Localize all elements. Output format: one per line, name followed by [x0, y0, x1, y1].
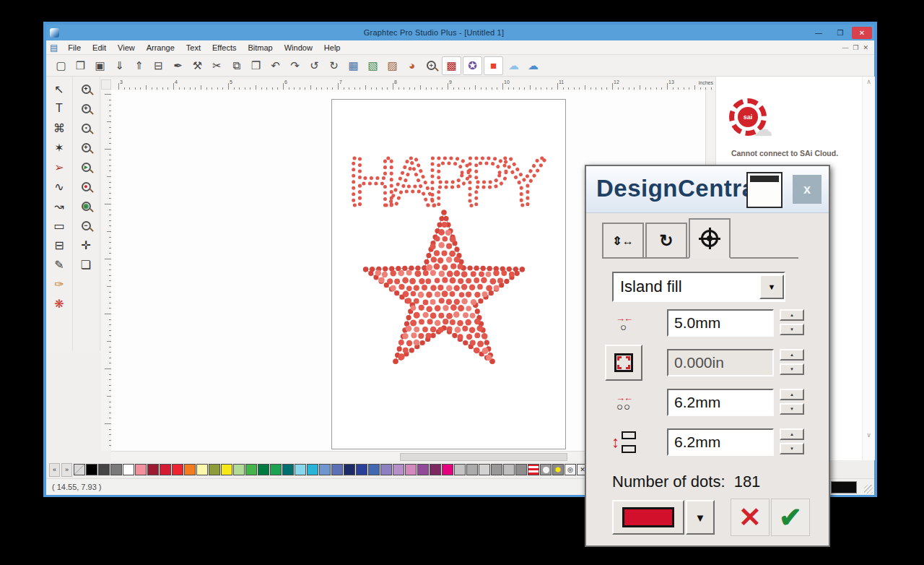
palette-swatch[interactable]	[515, 464, 527, 475]
palette-swatch[interactable]	[110, 464, 122, 475]
palette-swatch[interactable]	[319, 464, 331, 475]
palette-swatch[interactable]	[135, 464, 147, 475]
menu-text[interactable]: Text	[180, 43, 206, 52]
color-pages-button[interactable]: ▨	[383, 57, 401, 74]
palette-scroll-right-button[interactable]: »	[61, 463, 72, 477]
palette-scroll-left-button[interactable]: «	[49, 463, 60, 477]
dimension-tool[interactable]: ⊟	[49, 236, 69, 254]
menu-arrange[interactable]: Arrange	[141, 43, 180, 52]
tab-rotate[interactable]: ↻	[645, 223, 687, 257]
maximize-button[interactable]: ❐	[830, 27, 850, 39]
palette-swatch[interactable]	[479, 464, 490, 475]
palette-swatch[interactable]	[233, 464, 245, 475]
scroll-up-arrow[interactable]: ∧	[863, 78, 875, 85]
horizontal-spacing-field[interactable]: 6.2mm	[667, 389, 774, 416]
horizontal-spacing-spin-down[interactable]: ▼	[780, 403, 804, 415]
redo-history-button[interactable]: ↻	[325, 57, 343, 74]
scroll-down-arrow[interactable]: ∨	[863, 431, 875, 439]
palette-swatch[interactable]	[209, 464, 220, 475]
pen-tool[interactable]: ✎	[49, 255, 69, 274]
palette-swatch[interactable]	[442, 464, 453, 475]
tab-size[interactable]: ⇕↔	[602, 223, 644, 257]
palette-swatch[interactable]	[393, 464, 404, 475]
rhinestone-artwork[interactable]: HAPPY	[332, 100, 567, 450]
ruler-origin-button[interactable]	[101, 79, 111, 90]
dialog-restore-button[interactable]	[746, 172, 783, 208]
copy-button[interactable]: ⧉	[227, 57, 245, 74]
open-button[interactable]: ❒	[71, 57, 90, 74]
apply-button[interactable]: ✔	[771, 499, 810, 536]
palette-swatch[interactable]	[74, 464, 85, 475]
close-button[interactable]: ✕	[852, 27, 872, 39]
menu-bitmap[interactable]: Bitmap	[242, 43, 278, 52]
mdi-restore-button[interactable]: ❐	[853, 44, 858, 51]
tab-rhinestone[interactable]	[689, 218, 731, 259]
palette-swatch[interactable]	[491, 464, 502, 475]
palette-swatch[interactable]: ⬢	[552, 464, 564, 475]
sai-store-button[interactable]: ■	[484, 56, 503, 75]
vertical-spacing-spin-up[interactable]: ▲	[780, 428, 804, 440]
zoom-plus[interactable]: +	[76, 138, 96, 157]
shapes-tool[interactable]: ✶	[49, 138, 69, 157]
palette-swatch[interactable]	[540, 464, 552, 475]
palette-swatch[interactable]	[123, 464, 134, 475]
palette-swatch[interactable]	[368, 464, 380, 475]
vertical-spacing-field[interactable]: 6.2mm	[667, 428, 774, 456]
rectangle-tool[interactable]: ▭	[49, 216, 69, 235]
fill-editor-button[interactable]: ▧	[364, 57, 382, 74]
scrollbar-thumb[interactable]	[400, 453, 567, 461]
palette-swatch[interactable]	[356, 464, 367, 475]
palette-swatch[interactable]	[270, 464, 282, 475]
cut-button[interactable]: ✂	[208, 57, 226, 74]
zoom-in[interactable]: +	[76, 99, 96, 118]
palette-swatch[interactable]	[258, 464, 269, 475]
horizontal-spacing-spin-up[interactable]: ▲	[780, 389, 804, 400]
text-tool[interactable]: T	[49, 99, 69, 118]
palette-swatch[interactable]	[245, 464, 257, 475]
palette-swatch[interactable]	[282, 464, 294, 475]
zoom-colors[interactable]: ◉	[76, 197, 96, 215]
paste-button[interactable]: ❐	[247, 57, 265, 74]
palette-swatch[interactable]	[86, 464, 97, 475]
stone-color-button[interactable]	[612, 500, 684, 535]
menu-help[interactable]: Help	[318, 43, 346, 52]
palette-swatch[interactable]	[160, 464, 171, 475]
outline-inset-spin-up[interactable]: ▲	[780, 349, 804, 361]
zoom-page[interactable]: ▪	[76, 118, 96, 137]
select-tool[interactable]: ↖	[49, 79, 69, 98]
undo-button[interactable]: ↶	[266, 57, 284, 74]
palette-swatch[interactable]	[196, 464, 208, 475]
stamp-button[interactable]: ⚒	[188, 57, 206, 74]
palette-swatch[interactable]	[380, 464, 392, 475]
zoom-red[interactable]: ●	[76, 177, 96, 196]
freehand-tool[interactable]: ↝	[49, 197, 69, 215]
palette-swatch[interactable]	[98, 464, 110, 475]
print-button[interactable]: ⊟	[149, 57, 167, 74]
menu-edit[interactable]: Edit	[87, 43, 112, 52]
undo-history-button[interactable]: ↺	[305, 57, 323, 74]
mdi-close-button[interactable]: ✕	[863, 44, 868, 51]
view-page[interactable]: ❏	[76, 255, 96, 274]
menu-view[interactable]: View	[112, 43, 141, 52]
palette-swatch[interactable]	[184, 464, 196, 475]
stone-edit-tool[interactable]: ➢	[49, 158, 69, 176]
palette-swatch[interactable]: ◎	[565, 464, 576, 475]
save-button[interactable]: ▣	[91, 57, 109, 74]
palette-swatch[interactable]	[295, 464, 306, 475]
find-button[interactable]: +	[422, 57, 440, 74]
palette-swatch[interactable]	[221, 464, 232, 475]
color-wheel-button[interactable]: ◕	[403, 57, 421, 74]
plot-cut-button[interactable]: ✒	[169, 57, 187, 74]
cancel-button[interactable]: ✕	[731, 499, 770, 536]
horizontal-ruler[interactable]: inches 345678910111213	[111, 79, 715, 90]
brush-tool[interactable]: ✑	[49, 275, 69, 293]
new-button[interactable]: ▢	[52, 57, 70, 74]
mdi-minimize-button[interactable]: —	[842, 44, 848, 51]
palette-swatch[interactable]	[503, 464, 515, 475]
color-profile-button[interactable]: ✪	[463, 56, 482, 75]
zoom-selected[interactable]: ▸	[76, 158, 96, 176]
palette-swatch[interactable]	[307, 464, 318, 475]
spray-tool[interactable]: ❋	[49, 294, 69, 313]
vertical-ruler[interactable]	[101, 90, 112, 451]
palette-swatch[interactable]	[454, 464, 466, 475]
